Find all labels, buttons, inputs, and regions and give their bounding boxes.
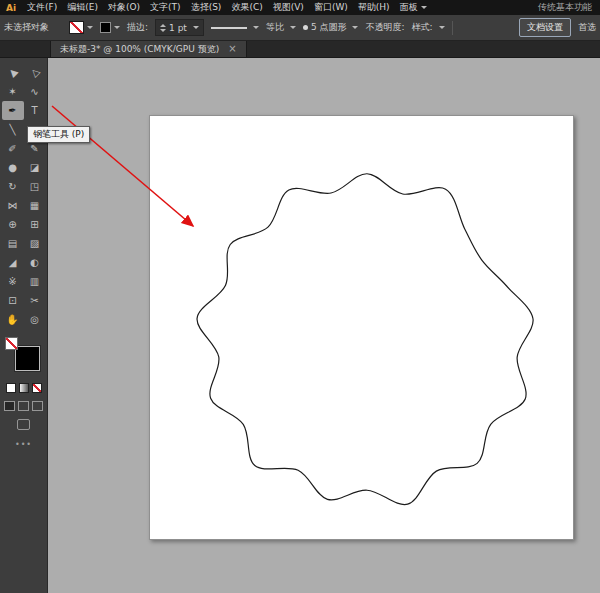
chevron-down-icon bbox=[87, 26, 93, 29]
width-tool[interactable]: ⋈ bbox=[2, 196, 24, 215]
artboard-svg bbox=[150, 116, 573, 539]
gradient-icon: ▨ bbox=[30, 239, 39, 249]
column-graph-icon: ▥ bbox=[30, 277, 39, 287]
none-button[interactable] bbox=[32, 383, 42, 393]
chevron-down-icon bbox=[439, 26, 445, 29]
menubar-items: 文件(F)编辑(E)对象(O)文字(T)选择(S)效果(C)视图(V)窗口(W)… bbox=[22, 1, 395, 14]
blob-brush-icon: ● bbox=[8, 163, 17, 173]
menu-type[interactable]: 文字(T) bbox=[145, 1, 186, 14]
fill-none-swatch[interactable] bbox=[5, 337, 18, 350]
rotate-tool[interactable]: ↻ bbox=[2, 177, 24, 196]
style-dropdown[interactable]: 样式: bbox=[412, 21, 445, 34]
close-icon[interactable]: × bbox=[228, 44, 236, 54]
magic-wand-icon: ✶ bbox=[8, 87, 16, 97]
chevron-down-icon bbox=[352, 26, 358, 29]
menu-view[interactable]: 视图(V) bbox=[268, 1, 309, 14]
fill-color-well[interactable] bbox=[69, 21, 93, 34]
color-button[interactable] bbox=[6, 383, 16, 393]
menu-select[interactable]: 选择(S) bbox=[186, 1, 227, 14]
blob-path[interactable] bbox=[197, 174, 533, 505]
menu-file[interactable]: 文件(F) bbox=[22, 1, 62, 14]
workspace-switcher[interactable]: 传统基本功能 bbox=[538, 1, 596, 14]
stroke-color-swatch bbox=[100, 22, 111, 33]
selection-tool[interactable]: ▶ bbox=[2, 63, 24, 82]
artboard[interactable] bbox=[149, 115, 574, 540]
gradient-tool[interactable]: ▨ bbox=[24, 234, 46, 253]
paintbrush-tool[interactable]: ✐ bbox=[2, 139, 24, 158]
mesh-tool[interactable]: ▤ bbox=[2, 234, 24, 253]
stroke-weight-value: 1 pt bbox=[169, 23, 187, 33]
width-profile-label: 等比 bbox=[266, 21, 284, 34]
draw-normal-button[interactable] bbox=[4, 401, 15, 411]
column-graph-tool[interactable]: ▥ bbox=[24, 272, 46, 291]
stroke-weight-stepper[interactable]: 1 pt bbox=[155, 19, 204, 36]
line-style-icon bbox=[211, 27, 247, 29]
panel-menu[interactable]: 面板 bbox=[395, 1, 432, 14]
eraser-icon: ◪ bbox=[30, 163, 39, 173]
free-transform-tool[interactable]: ▦ bbox=[24, 196, 46, 215]
zoom-tool[interactable]: ◎ bbox=[24, 310, 46, 329]
illustrator-logo: Ai bbox=[6, 3, 16, 13]
brush-dropdown[interactable]: 5 点圆形 bbox=[303, 21, 359, 34]
fill-stroke-indicator bbox=[4, 337, 44, 375]
style-label: 样式: bbox=[412, 21, 433, 34]
preferences-button[interactable]: 首选 bbox=[578, 21, 596, 34]
hand-tool[interactable]: ✋ bbox=[2, 310, 24, 329]
selection-status: 未选择对象 bbox=[4, 21, 62, 34]
direct-selection-tool[interactable]: ▷ bbox=[24, 63, 46, 82]
drawing-mode-buttons bbox=[0, 401, 47, 411]
stroke-style-dropdown[interactable] bbox=[211, 26, 259, 29]
menu-object[interactable]: 对象(O) bbox=[103, 1, 145, 14]
pen-tool-tooltip: 钢笔工具 (P) bbox=[27, 126, 90, 143]
eraser-tool[interactable]: ◪ bbox=[24, 158, 46, 177]
stepper-arrows-icon[interactable] bbox=[160, 24, 166, 32]
blob-brush-tool[interactable]: ● bbox=[2, 158, 24, 177]
width-profile-dropdown[interactable]: 等比 bbox=[266, 21, 296, 34]
canvas-area[interactable] bbox=[48, 58, 600, 593]
menubar: Ai 文件(F)编辑(E)对象(O)文字(T)选择(S)效果(C)视图(V)窗口… bbox=[0, 0, 600, 15]
draw-behind-button[interactable] bbox=[18, 401, 29, 411]
hand-icon: ✋ bbox=[6, 315, 18, 325]
brush-dot-icon bbox=[303, 25, 308, 30]
draw-inside-button[interactable] bbox=[32, 401, 43, 411]
menu-effect[interactable]: 效果(C) bbox=[226, 1, 267, 14]
type-tool[interactable]: T bbox=[24, 101, 46, 120]
stroke-color-well[interactable] bbox=[100, 22, 120, 33]
eyedropper-tool[interactable]: ◢ bbox=[2, 253, 24, 272]
menu-window[interactable]: 窗口(W) bbox=[309, 1, 353, 14]
magic-wand-tool[interactable]: ✶ bbox=[2, 82, 24, 101]
document-setup-button[interactable]: 文档设置 bbox=[519, 18, 571, 37]
lasso-icon: ∿ bbox=[30, 87, 38, 97]
none-fill-icon bbox=[69, 21, 84, 34]
symbol-sprayer-tool[interactable]: ※ bbox=[2, 272, 24, 291]
tool-grid: ▶▷✶∿✒T╲▭✐✎●◪↻◳⋈▦⊕⊞▤▨◢◐※▥⊡✂✋◎ bbox=[0, 58, 47, 329]
chevron-down-icon bbox=[290, 26, 296, 29]
document-tab[interactable]: 未标题-3* @ 100% (CMYK/GPU 预览) × bbox=[50, 41, 247, 57]
slice-tool[interactable]: ✂ bbox=[24, 291, 46, 310]
shape-builder-tool[interactable]: ⊕ bbox=[2, 215, 24, 234]
eyedropper-icon: ◢ bbox=[9, 258, 17, 268]
gradient-button[interactable] bbox=[19, 383, 29, 393]
menu-edit[interactable]: 编辑(E) bbox=[62, 1, 103, 14]
screen-mode-button[interactable] bbox=[17, 419, 30, 430]
shape-builder-icon: ⊕ bbox=[8, 220, 16, 230]
direct-selection-icon: ▷ bbox=[28, 66, 41, 79]
lasso-tool[interactable]: ∿ bbox=[24, 82, 46, 101]
toolbar-overflow[interactable]: ••• bbox=[0, 440, 47, 449]
pen-tool[interactable]: ✒ bbox=[2, 101, 24, 120]
line-segment-tool[interactable]: ╲ bbox=[2, 120, 24, 139]
paintbrush-icon: ✐ bbox=[8, 144, 16, 154]
stroke-black-swatch[interactable] bbox=[15, 346, 40, 371]
scale-tool[interactable]: ◳ bbox=[24, 177, 46, 196]
zoom-icon: ◎ bbox=[30, 315, 39, 325]
artboard-tool[interactable]: ⊡ bbox=[2, 291, 24, 310]
blend-tool[interactable]: ◐ bbox=[24, 253, 46, 272]
chevron-down-icon bbox=[114, 26, 120, 29]
menu-help[interactable]: 帮助(H) bbox=[353, 1, 395, 14]
pen-icon: ✒ bbox=[8, 106, 16, 116]
panel-menu-label: 面板 bbox=[400, 1, 418, 14]
brush-name: 5 点圆形 bbox=[311, 21, 347, 34]
control-panel: 未选择对象 描边: 1 pt 等比 5 点圆形 不透明度: bbox=[0, 15, 600, 41]
line-segment-icon: ╲ bbox=[9, 125, 15, 135]
perspective-grid-tool[interactable]: ⊞ bbox=[24, 215, 46, 234]
